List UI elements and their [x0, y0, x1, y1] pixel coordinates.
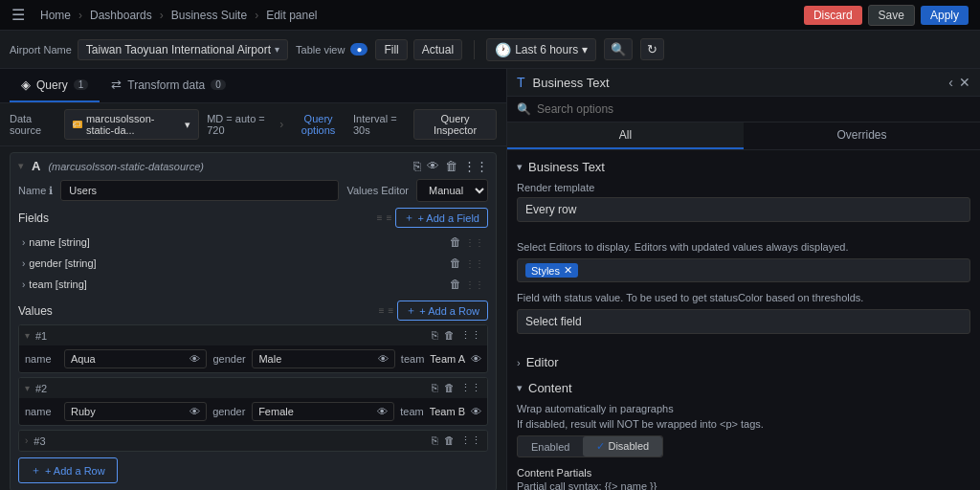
value-gender-input[interactable]: [258, 406, 373, 417]
add-row-button-top[interactable]: ＋ + Add a Row: [397, 301, 488, 321]
tab-overrides[interactable]: Overrides: [744, 122, 980, 149]
copy-icon[interactable]: ⎘: [413, 159, 421, 173]
editors-tags-input[interactable]: Styles ✕: [517, 258, 970, 282]
drag-field-icon[interactable]: ⋮⋮: [465, 279, 484, 290]
hamburger-icon[interactable]: ☰: [11, 6, 25, 24]
trash-icon[interactable]: 🗑: [445, 159, 457, 173]
delete-field-icon[interactable]: 🗑: [450, 235, 461, 249]
trash-icon[interactable]: 🗑: [444, 329, 455, 342]
nav-home[interactable]: Home: [40, 9, 71, 22]
drag-icon[interactable]: ⋮⋮: [460, 329, 481, 342]
render-template-select[interactable]: Every row: [517, 197, 970, 222]
eye-icon[interactable]: 👁: [189, 353, 200, 365]
query-block-letter: A: [32, 159, 40, 173]
chevron-right-icon: ›: [22, 237, 25, 248]
tag-close-icon[interactable]: ✕: [564, 264, 572, 277]
delete-field-icon[interactable]: 🗑: [450, 278, 461, 291]
delete-field-icon[interactable]: 🗑: [450, 256, 461, 270]
query-block-datasource: (marcusolsson-static-datasource): [48, 161, 204, 172]
wrap-label: Wrap automatically in paragraphs: [517, 403, 970, 414]
copy-icon[interactable]: ⎘: [432, 382, 438, 394]
business-text-title: Business Text: [528, 160, 605, 174]
drag-field-icon[interactable]: ⋮⋮: [465, 237, 484, 248]
fill-button[interactable]: Fill: [375, 39, 407, 60]
refresh-button[interactable]: ↻: [640, 38, 664, 60]
check-icon: ✓: [596, 440, 605, 452]
add-row-button[interactable]: ＋ + Add a Row: [18, 457, 118, 483]
eye-icon[interactable]: 👁: [471, 406, 481, 417]
tab-query[interactable]: ◈ Query 1: [10, 69, 100, 102]
query-block-body: Name ℹ Values Editor Manual Fields: [11, 179, 496, 490]
business-text-collapse-header[interactable]: ▾ Business Text: [517, 160, 970, 174]
disabled-toggle[interactable]: ✓ Disabled: [583, 436, 662, 457]
partials-desc: Partial call syntax: {{> name }}: [517, 480, 970, 490]
field-status-select[interactable]: Select field: [517, 309, 970, 334]
handle-icon: ≡: [377, 212, 383, 223]
top-nav: ☰ Home › Dashboards › Business Suite › E…: [0, 0, 980, 31]
zoom-out-button[interactable]: 🔍: [604, 38, 633, 60]
value-row-num: #2: [35, 383, 47, 394]
eye-icon[interactable]: 👁: [377, 406, 388, 417]
value-gender-input-wrap: 👁: [252, 402, 394, 421]
team-label: team: [400, 406, 423, 417]
eye-icon[interactable]: 👁: [471, 353, 481, 365]
drag-icon[interactable]: ⋮⋮: [460, 434, 481, 447]
plus-icon: ＋: [404, 211, 414, 225]
nav-dashboards[interactable]: Dashboards: [90, 9, 152, 22]
query-options-button[interactable]: Query options: [291, 113, 345, 136]
value-row-1-header[interactable]: ▾ #1 ⎘ 🗑 ⋮⋮: [19, 325, 487, 345]
field-name-row[interactable]: › name [string] 🗑 ⋮⋮: [18, 232, 488, 253]
value-name-input[interactable]: [71, 353, 186, 365]
value-name-input[interactable]: [71, 406, 186, 417]
enabled-toggle[interactable]: Enabled: [518, 437, 583, 457]
airport-name-dropdown[interactable]: Taiwan Taoyuan International Airport ▾: [78, 39, 288, 60]
time-range-picker[interactable]: 🕐 Last 6 hours ▾: [486, 38, 596, 61]
content-section: ▾ Content Wrap automatically in paragrap…: [517, 381, 970, 490]
query-inspector-button[interactable]: Query Inspector: [413, 109, 497, 140]
value-gender-input[interactable]: [258, 353, 373, 365]
discard-button[interactable]: Discard: [804, 6, 862, 25]
name-input[interactable]: [60, 180, 339, 201]
eye-icon[interactable]: 👁: [189, 406, 200, 417]
copy-icon[interactable]: ⎘: [432, 329, 438, 342]
editor-collapse-header[interactable]: › Editor: [517, 355, 970, 369]
trash-icon[interactable]: 🗑: [444, 382, 455, 394]
options-content: ▾ Business Text Render template Every ro…: [507, 150, 980, 490]
query-block-header[interactable]: ▾ A (marcusolsson-static-datasource) ⎘ 👁…: [11, 153, 496, 179]
tab-all[interactable]: All: [507, 122, 744, 149]
drag-field-icon[interactable]: ⋮⋮: [465, 258, 484, 269]
apply-button[interactable]: Apply: [921, 6, 969, 25]
nav-business-suite[interactable]: Business Suite: [171, 9, 247, 22]
actual-button[interactable]: Actual: [413, 39, 462, 60]
eye-icon[interactable]: 👁: [378, 353, 389, 365]
clock-icon: 🕐: [495, 42, 511, 57]
add-field-button[interactable]: ＋ + Add a Field: [395, 208, 488, 228]
fields-title: Fields: [18, 212, 49, 225]
editor-section: › Editor: [517, 355, 970, 369]
value-row-2-header[interactable]: ▾ #2 ⎘ 🗑 ⋮⋮: [19, 378, 487, 398]
panel-close-button[interactable]: ✕: [959, 75, 970, 90]
content-collapse-header[interactable]: ▾ Content: [517, 381, 970, 395]
values-editor-dropdown[interactable]: Manual: [416, 179, 488, 202]
left-panel: ◈ Query 1 ⇄ Transform data 0 Data source…: [0, 69, 507, 490]
field-team-row[interactable]: › team [string] 🗑 ⋮⋮: [18, 274, 488, 295]
trash-icon[interactable]: 🗑: [444, 434, 455, 447]
value-row-3-header[interactable]: › #3 ⎘ 🗑 ⋮⋮: [19, 431, 487, 451]
field-gender-row[interactable]: › gender [string] 🗑 ⋮⋮: [18, 253, 488, 274]
datasource-row: Data source 🏷 marcusolsson-static-da... …: [0, 103, 506, 146]
drag-icon[interactable]: ⋮⋮: [460, 382, 481, 394]
copy-icon[interactable]: ⎘: [432, 434, 438, 447]
eye-icon[interactable]: 👁: [427, 159, 439, 173]
datasource-dropdown[interactable]: 🏷 marcusolsson-static-da... ▾: [64, 109, 199, 140]
chevron-down-icon: ▾: [517, 161, 523, 173]
chevron-right-icon: ›: [22, 258, 25, 269]
drag-icon[interactable]: ⋮⋮: [463, 159, 488, 173]
datasource-label: Data source: [10, 113, 56, 136]
field-status-desc: Field with status value. To be used to g…: [517, 292, 970, 303]
search-options-input[interactable]: [537, 102, 970, 116]
panel-header: T Business Text ‹ ✕: [507, 69, 980, 97]
tab-transform[interactable]: ⇄ Transform data 0: [100, 69, 236, 102]
save-button[interactable]: Save: [868, 5, 915, 26]
panel-chevron-left-button[interactable]: ‹: [948, 75, 953, 90]
value-gender-label: gender: [212, 406, 246, 417]
